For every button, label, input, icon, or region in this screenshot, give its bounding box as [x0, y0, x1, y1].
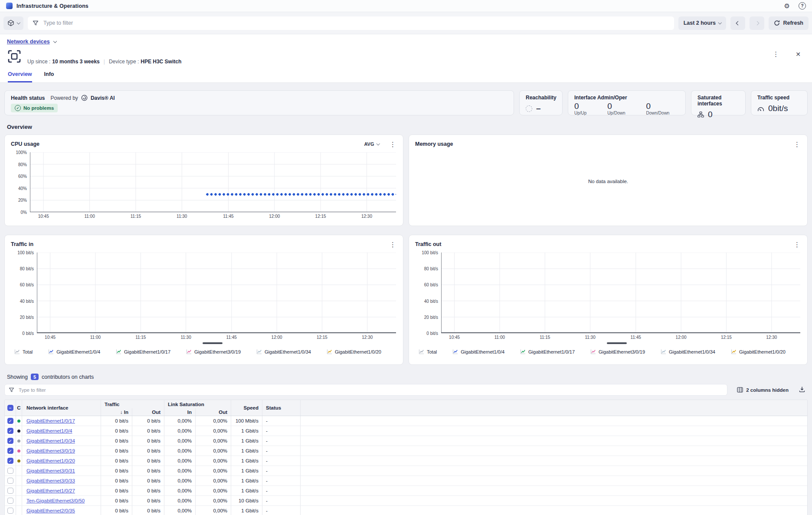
up-down-label: Up/Down [607, 111, 625, 115]
legend-item[interactable]: GigabitEthernet1/0/4 [452, 349, 504, 354]
saturation-out-column-header[interactable]: Out [196, 408, 231, 416]
interface-link[interactable]: GigabitEthernet1/0/20 [26, 458, 75, 463]
no-problems-badge[interactable]: ✓ No problems [11, 104, 58, 112]
saturation-in-cell: 0,00% [164, 476, 196, 485]
chart-scrollbar-thumb[interactable] [607, 342, 627, 344]
down-down-label: Down/Down [646, 111, 670, 115]
settings-gear-icon[interactable]: ⚙ [784, 3, 790, 9]
table-row[interactable]: ✓ GigabitEthernet1/0/4 0 bit/s 0 bit/s 0… [5, 426, 807, 436]
interface-link[interactable]: GigabitEthernet1/0/34 [26, 438, 75, 443]
traffic-in-column-header[interactable]: ↓In [101, 408, 132, 416]
legend-item[interactable]: GigabitEthernet1/0/17 [116, 349, 170, 354]
interface-link[interactable]: Ten-GigabitEthernet3/0/50 [26, 498, 85, 503]
table-row[interactable]: ✓ GigabitEthernet1/0/20 0 bit/s 0 bit/s … [5, 456, 807, 466]
legend-item[interactable]: GigabitEthernet1/0/20 [731, 349, 786, 354]
interface-link[interactable]: GigabitEthernet2/0/35 [26, 508, 75, 513]
x-tick-label: 11:00 [494, 335, 505, 340]
row-checkbox[interactable]: ✓ [7, 418, 13, 424]
row-checkbox[interactable] [7, 498, 13, 504]
device-type-value: HPE H3C Switch [141, 59, 181, 65]
traffic-in-kebab-menu[interactable]: ⋮ [389, 240, 397, 249]
time-back-button[interactable] [730, 16, 745, 30]
saturation-out-cell: 0,00% [196, 496, 231, 505]
table-row[interactable]: Ten-GigabitEthernet3/0/50 0 bit/s 0 bit/… [5, 496, 807, 506]
legend-label: GigabitEthernet3/0/19 [194, 349, 241, 354]
legend-item[interactable]: Total [14, 349, 33, 354]
interface-link[interactable]: GigabitEthernet3/0/33 [26, 478, 75, 483]
table-row[interactable]: GigabitEthernet3/0/31 0 bit/s 0 bit/s 0,… [5, 466, 807, 476]
chart-scrollbar-thumb[interactable] [203, 342, 223, 344]
table-filter-input[interactable] [18, 387, 723, 393]
speed-column-header[interactable]: Speed [231, 400, 262, 416]
y-tick-label: 60 bit/s [20, 282, 34, 287]
download-button[interactable] [798, 385, 806, 394]
interface-link[interactable]: GigabitEthernet1/0/4 [26, 428, 72, 433]
row-checkbox[interactable]: ✓ [7, 458, 13, 464]
traffic-out-column-header[interactable]: Out [132, 408, 164, 416]
interface-link[interactable]: GigabitEthernet1/0/17 [26, 418, 75, 423]
cpu-chart-kebab-menu[interactable]: ⋮ [389, 140, 397, 148]
legend-item[interactable]: GigabitEthernet1/0/17 [520, 349, 575, 354]
saturation-in-column-header[interactable]: In [164, 408, 196, 416]
cpu-x-axis: 10:4511:0011:1511:3011:4512:0012:1512:30 [30, 214, 396, 220]
series-chart-icon [116, 349, 121, 354]
scope-selector-button[interactable] [3, 16, 23, 30]
time-range-button[interactable]: Last 2 hours [678, 16, 727, 30]
traffic-in-cell: 0 bit/s [101, 426, 132, 436]
table-row[interactable]: GigabitEthernet1/0/27 0 bit/s 0 bit/s 0,… [5, 486, 807, 496]
legend-item[interactable]: GigabitEthernet1/0/4 [48, 349, 100, 354]
status-cell: - [262, 476, 301, 485]
aggregation-dropdown[interactable]: AVG [361, 141, 382, 147]
tab-info[interactable]: Info [44, 71, 54, 82]
gauge-icon [757, 106, 764, 112]
legend-item[interactable]: GigabitEthernet3/0/19 [186, 349, 241, 354]
row-checkbox[interactable] [7, 488, 13, 494]
app-title: Infrastructure & Operations [16, 3, 88, 9]
status-column-header[interactable]: Status [262, 400, 301, 416]
row-checkbox[interactable]: ✓ [7, 438, 13, 444]
legend-label: Total [23, 349, 33, 354]
y-tick-label: 80 bit/s [20, 266, 34, 271]
memory-chart-kebab-menu[interactable]: ⋮ [793, 140, 801, 148]
x-tick-label: 11:00 [84, 214, 95, 219]
breadcrumb-network-devices-link[interactable]: Network devices [7, 39, 50, 45]
close-panel-button[interactable]: ✕ [793, 50, 803, 58]
legend-item[interactable]: GigabitEthernet1/0/34 [256, 349, 311, 354]
row-checkbox[interactable] [7, 508, 13, 514]
global-filter-input[interactable] [43, 20, 669, 26]
table-row[interactable]: GigabitEthernet2/0/35 0 bit/s 0 bit/s 0,… [5, 506, 807, 515]
table-row[interactable]: ✓ GigabitEthernet3/0/19 0 bit/s 0 bit/s … [5, 446, 807, 456]
interface-link[interactable]: GigabitEthernet3/0/31 [26, 468, 75, 473]
x-tick-label: 12:30 [361, 214, 372, 219]
row-checkbox[interactable] [7, 478, 13, 484]
row-checkbox[interactable] [7, 468, 13, 474]
tab-overview[interactable]: Overview [8, 71, 32, 82]
network-interface-column-header[interactable]: Network interface [22, 400, 101, 416]
legend-item[interactable]: Total [419, 349, 437, 354]
traffic-out-kebab-menu[interactable]: ⋮ [793, 240, 801, 249]
legend-item[interactable]: GigabitEthernet3/0/19 [590, 349, 645, 354]
saturation-in-cell: 0,00% [164, 496, 196, 505]
table-row[interactable]: GigabitEthernet3/0/33 0 bit/s 0 bit/s 0,… [5, 476, 807, 486]
speed-cell: 1 Gbit/s [231, 466, 262, 476]
time-forward-button[interactable] [750, 16, 764, 30]
row-checkbox[interactable]: ✓ [7, 448, 13, 454]
link-saturation-group-header: Link Saturation [164, 400, 231, 408]
traffic-out-title: Traffic out [415, 241, 441, 247]
contributor-column-header[interactable]: C [16, 400, 22, 416]
table-row[interactable]: ✓ GigabitEthernet1/0/34 0 bit/s 0 bit/s … [5, 436, 807, 446]
interface-link[interactable]: GigabitEthernet1/0/27 [26, 488, 75, 493]
interface-link[interactable]: GigabitEthernet3/0/19 [26, 448, 75, 453]
legend-item[interactable]: GigabitEthernet1/0/34 [661, 349, 715, 354]
device-kebab-menu[interactable]: ⋮ [772, 50, 780, 58]
traffic-in-cell: 0 bit/s [101, 456, 132, 466]
table-row[interactable]: ✓ GigabitEthernet1/0/17 0 bit/s 0 bit/s … [5, 416, 807, 426]
legend-item[interactable]: GigabitEthernet1/0/20 [327, 349, 381, 354]
refresh-button[interactable]: Refresh [769, 16, 809, 30]
y-tick-label: 60% [18, 174, 27, 179]
traffic-speed-value: 0bit/s [768, 104, 788, 113]
select-all-checkbox[interactable]: − [7, 405, 13, 411]
columns-hidden-button[interactable]: 2 columns hidden [734, 387, 791, 393]
help-icon[interactable]: ? [799, 2, 806, 10]
row-checkbox[interactable]: ✓ [7, 428, 13, 434]
